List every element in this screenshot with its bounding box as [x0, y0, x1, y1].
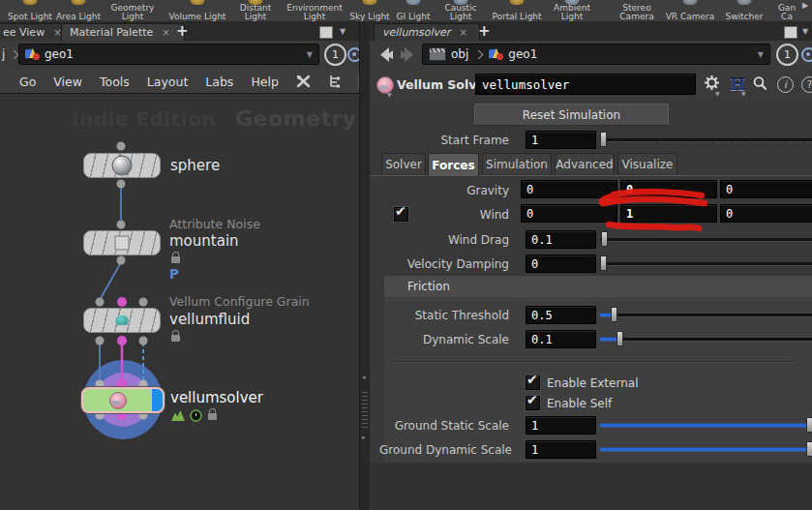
type-dropdown-icon[interactable]: ▼ — [387, 91, 392, 98]
slider-handle[interactable] — [806, 417, 812, 433]
new-tab-button[interactable]: + — [176, 22, 189, 40]
ground-dynamic-scale-input[interactable] — [526, 440, 596, 459]
follow-target-icon[interactable] — [801, 47, 812, 62]
gravity-y-input[interactable] — [620, 180, 717, 198]
reset-simulation-button[interactable]: Reset Simulation — [474, 104, 669, 126]
shelf-tool-switcher[interactable]: Switcher — [720, 0, 768, 21]
menu-view[interactable]: View — [53, 75, 82, 89]
shelf-tool-sky-light[interactable]: Sky Light — [346, 0, 393, 21]
lock-icon — [208, 413, 217, 420]
tab-simulation[interactable]: Simulation — [482, 153, 552, 174]
menu-help[interactable]: Help — [251, 75, 279, 89]
menu-tools[interactable]: Tools — [100, 75, 130, 89]
start-frame-slider[interactable] — [600, 131, 812, 148]
node-mountain[interactable] — [83, 230, 161, 255]
shelf-tool-caustic-light[interactable]: Caustic Light — [434, 0, 488, 21]
shelf-tool-volume-light[interactable]: Volume Light — [166, 0, 228, 21]
shelf-tool-area-light[interactable]: Area Light — [54, 0, 103, 21]
instance-count-badge[interactable]: 1 — [324, 44, 346, 66]
slider-handle[interactable] — [611, 307, 617, 322]
wind-x-input[interactable] — [521, 204, 617, 223]
slider-handle[interactable] — [600, 255, 607, 271]
node-vellumfluid[interactable] — [83, 308, 161, 333]
wind-drag-slider[interactable] — [600, 230, 812, 248]
shelf-tool-vr-camera[interactable]: VR Camera — [664, 0, 716, 21]
tab-visualize[interactable]: Visualize — [617, 153, 677, 174]
dynamic-scale-input[interactable] — [526, 330, 596, 348]
wrench-tools-icon[interactable] — [296, 74, 311, 89]
slider-handle[interactable] — [601, 231, 608, 247]
node-vellumfluid-name[interactable]: vellumfluid — [169, 311, 250, 328]
network-editor[interactable]: Indie Edition Geometry sphere — [0, 94, 359, 510]
enable-self-checkbox[interactable]: ✔ — [526, 396, 540, 410]
shelf-tool-stereo-camera[interactable]: Stereo Camera — [614, 0, 660, 21]
velocity-damping-input[interactable] — [526, 255, 596, 273]
gear-dropdown-icon[interactable]: ▼ — [715, 90, 720, 97]
pane-maximize-icon[interactable] — [784, 26, 797, 39]
ground-static-scale-input[interactable] — [526, 416, 596, 435]
wind-y-input[interactable] — [620, 204, 717, 223]
obj-context-icon — [429, 47, 446, 61]
tab-vellumsolver[interactable]: vellumsolver × — [374, 23, 480, 41]
menu-layout[interactable]: Layout — [147, 75, 189, 89]
tab-advanced[interactable]: Advanced — [555, 153, 615, 174]
right-path-field[interactable]: obj geo1 ▼ — [422, 44, 770, 65]
ground-dynamic-scale-slider[interactable] — [600, 440, 812, 458]
info-icon[interactable]: i — [777, 76, 794, 93]
tab-solver[interactable]: Solver — [381, 153, 426, 174]
left-path-field[interactable]: geo1 ▼ — [18, 44, 319, 65]
shelf-tool-environment-light[interactable]: Environment Light — [283, 0, 346, 21]
search-icon[interactable] — [752, 75, 767, 91]
start-frame-input[interactable] — [526, 131, 596, 149]
gear-icon[interactable] — [704, 75, 720, 91]
close-icon[interactable]: × — [459, 28, 466, 38]
gravity-x-input[interactable] — [521, 180, 617, 198]
node-vellumsolver-name[interactable]: vellumsolver — [170, 389, 263, 406]
node-sphere[interactable] — [83, 153, 161, 178]
houdini-dropdown-icon[interactable]: ▼ — [741, 90, 746, 97]
pane-menu-icon[interactable]: ▼ — [802, 27, 808, 36]
shelf-tool-gan-camera[interactable]: Gan Ca — [774, 0, 799, 21]
node-mountain-name[interactable]: mountain — [169, 232, 239, 250]
shelf-tool-spot-light[interactable]: Spot Light — [6, 0, 54, 21]
shelf-tool-distant-light[interactable]: Distant Light — [228, 0, 283, 21]
wind-z-input[interactable] — [720, 204, 812, 223]
menu-go[interactable]: Go — [19, 75, 36, 89]
new-tab-button[interactable]: + — [478, 22, 491, 40]
close-icon[interactable]: × — [162, 28, 169, 38]
node-name-input[interactable] — [475, 74, 696, 95]
shelf-tool-portal-light[interactable]: Portal Light — [490, 0, 544, 21]
path-root-label[interactable]: j — [2, 47, 5, 61]
gravity-z-input[interactable] — [720, 180, 812, 198]
ground-static-scale-slider[interactable] — [600, 416, 812, 434]
enable-external-checkbox[interactable]: ✔ — [526, 375, 540, 390]
shelf-tool-ambient-light[interactable]: Ambient Light — [544, 0, 600, 21]
dynamic-scale-slider[interactable] — [600, 330, 812, 347]
wind-drag-input[interactable] — [526, 230, 596, 249]
static-threshold-input[interactable] — [526, 306, 596, 324]
velocity-damping-slider[interactable] — [600, 255, 812, 272]
instance-count-badge[interactable]: 1 — [776, 44, 798, 66]
nav-back-icon[interactable] — [377, 46, 395, 63]
help-icon[interactable]: ? — [801, 76, 812, 93]
menu-labs[interactable]: Labs — [205, 75, 233, 89]
tab-forces[interactable]: Forces — [428, 153, 479, 176]
nav-forward-icon[interactable] — [399, 46, 416, 63]
pane-maximize-icon[interactable] — [319, 26, 333, 39]
path-dropdown-icon[interactable]: ▼ — [307, 50, 313, 59]
friction-section-header[interactable]: Friction — [384, 276, 812, 297]
slider-handle[interactable] — [617, 331, 623, 346]
slider-handle[interactable] — [806, 441, 812, 457]
splitter-grip[interactable] — [362, 392, 368, 431]
slider-handle[interactable] — [600, 132, 607, 147]
path-dropdown-icon[interactable]: ▼ — [758, 50, 764, 59]
shelf-tool-geometry-light[interactable]: Geometry Light — [103, 0, 163, 21]
node-vellumsolver[interactable] — [81, 387, 165, 413]
shelf-overflow-icon[interactable]: ▶ — [802, 1, 808, 10]
tree-view-icon[interactable] — [328, 74, 341, 89]
pane-menu-icon[interactable]: ▼ — [340, 27, 346, 36]
node-sphere-name[interactable]: sphere — [170, 157, 220, 174]
static-threshold-slider[interactable] — [600, 306, 812, 323]
shelf-tool-gi-light[interactable]: GI Light — [393, 0, 434, 21]
tab-material-palette[interactable]: Material Palette× — [61, 23, 185, 41]
